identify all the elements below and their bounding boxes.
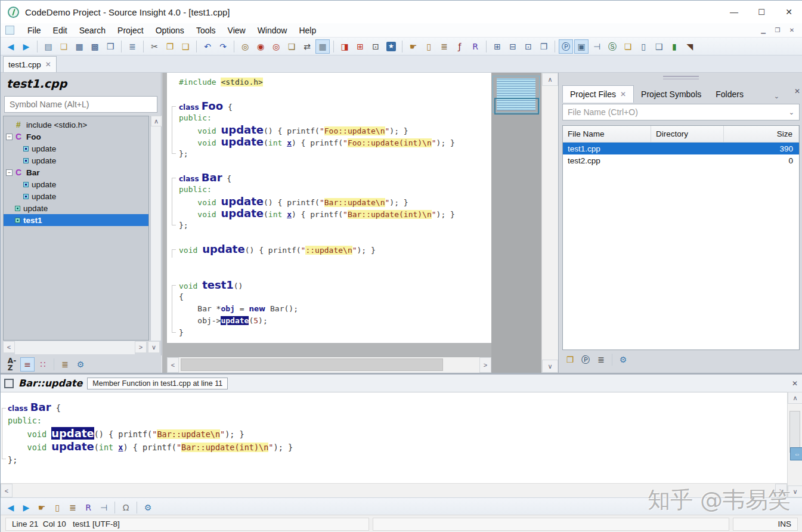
editor-horizontal-scrollbar[interactable]: < >	[167, 357, 491, 373]
window-cascade-button[interactable]: ❐	[537, 39, 551, 54]
sort-alpha-button[interactable]: A-Z	[5, 357, 19, 372]
jump-to-definition-button[interactable]: ⊞	[353, 39, 367, 54]
paste-button[interactable]: ❑	[178, 39, 193, 54]
ctx-references-button[interactable]: ≣	[66, 500, 80, 515]
chevron-down-icon[interactable]: ⌄	[789, 109, 794, 116]
view-list-button[interactable]: ≡	[20, 357, 35, 372]
copy-button[interactable]: ❐	[163, 39, 177, 54]
scrollbar-thumb[interactable]: ⇔	[789, 411, 800, 453]
scroll-down-icon[interactable]: ∨	[148, 341, 160, 353]
relation-tree-button[interactable]: ⊣	[590, 39, 604, 54]
ctx-tree-button[interactable]: ⊣	[97, 500, 111, 515]
cut-button[interactable]: ✂	[147, 39, 162, 54]
editor-overview-strip[interactable]	[491, 73, 542, 373]
expand-collapse-icon[interactable]: −	[6, 134, 13, 140]
tab-close-icon[interactable]: ✕	[45, 60, 51, 69]
menu-edit[interactable]: Edit	[47, 23, 73, 38]
relation-window-button[interactable]: R	[468, 39, 482, 54]
editor-vertical-scrollbar[interactable]: ∧ ∨	[541, 73, 558, 373]
panel-settings-button[interactable]: ⚙	[616, 352, 630, 367]
tab-close-icon[interactable]: ✕	[620, 90, 626, 98]
scroll-right-icon[interactable]: >	[135, 341, 147, 353]
chevron-down-icon[interactable]: ⌄	[769, 90, 784, 103]
nav-back-button[interactable]: ◀	[4, 39, 18, 54]
column-header-file-name[interactable]: File Name	[563, 126, 651, 142]
tree-item-update[interactable]: update	[4, 143, 148, 154]
tree-item-update[interactable]: update	[4, 190, 148, 202]
minimap-viewport[interactable]	[494, 98, 539, 115]
save-all-button[interactable]: ❒	[103, 39, 117, 54]
help-browser-button[interactable]: ▯	[636, 39, 651, 54]
menu-help[interactable]: Help	[293, 23, 322, 38]
splitter-grab-icon[interactable]: ⇔	[790, 447, 802, 460]
scroll-left-icon[interactable]: <	[3, 341, 15, 353]
macro-run-button[interactable]: ◥	[683, 39, 697, 54]
replace-button[interactable]: ⇄	[300, 39, 314, 54]
tree-item-update[interactable]: update	[4, 154, 148, 166]
toggle-pane-button[interactable]: ⊡	[369, 39, 383, 54]
scroll-up-icon[interactable]: ∧	[788, 392, 802, 404]
open-project-button[interactable]: ❐	[563, 352, 577, 367]
window-horizontal-button[interactable]: ⊟	[506, 39, 520, 54]
file-row-test1-cpp[interactable]: test1.cpp390	[563, 143, 799, 154]
tree-item-include-stdio-h-[interactable]: #include <stdio.h>	[4, 119, 148, 131]
undo-button[interactable]: ↶	[200, 39, 215, 54]
tab-test1-cpp[interactable]: test1.cpp ✕	[3, 56, 57, 72]
compare-files-button[interactable]: ◨	[337, 39, 352, 54]
search-files-button[interactable]: ❏	[284, 39, 299, 54]
search-button[interactable]: ◎	[238, 39, 252, 54]
file-name-combobox[interactable]: File Name (Ctrl+O) ⌄	[562, 104, 800, 120]
compile-window-button[interactable]: ▮	[667, 39, 682, 54]
tree-item-update[interactable]: update	[4, 178, 148, 190]
expand-collapse-icon[interactable]: −	[6, 169, 13, 176]
window-tile-button[interactable]: ⊞	[490, 39, 504, 54]
tree-item-update[interactable]: update	[4, 202, 148, 214]
tab-project-files[interactable]: Project Files✕	[562, 85, 634, 103]
document-icon[interactable]	[5, 26, 14, 35]
editor-document[interactable]: #include <stdio.h> class Foo {public: vo…	[167, 73, 491, 343]
tree-item-Bar[interactable]: −CBar	[4, 166, 148, 178]
clip-window-button[interactable]: ❑	[652, 39, 666, 54]
column-header-size[interactable]: Size	[724, 126, 799, 142]
menu-search[interactable]: Search	[73, 23, 112, 38]
close-button[interactable]: ✕	[775, 1, 802, 23]
context-window-button[interactable]: ▣	[574, 39, 589, 54]
mdi-close-button[interactable]: ✕	[785, 24, 799, 35]
menu-project[interactable]: Project	[112, 23, 150, 38]
save-as-button[interactable]: ▩	[88, 39, 102, 54]
menu-file[interactable]: File	[21, 23, 47, 38]
scroll-up-icon[interactable]: ∧	[542, 73, 558, 86]
tree-item-test1[interactable]: test1	[4, 214, 148, 226]
context-vertical-scrollbar[interactable]: ∧ ⇔ ∨	[787, 392, 802, 497]
search-forward-button[interactable]: ◉	[253, 39, 268, 54]
print-button[interactable]: ≣	[125, 39, 140, 54]
maximize-button[interactable]: ☐	[748, 1, 775, 23]
panel-settings-button[interactable]: ⚙	[73, 357, 88, 372]
function-list-button[interactable]: ƒ	[453, 39, 467, 54]
panel-close-icon[interactable]: ✕	[794, 87, 800, 95]
scroll-right-icon[interactable]: >	[479, 357, 491, 373]
file-list-button[interactable]: ≣	[594, 352, 608, 367]
window-split-button[interactable]: ⊡	[521, 39, 535, 54]
minimize-button[interactable]: —	[720, 1, 748, 23]
ctx-settings-button[interactable]: ⚙	[141, 500, 155, 515]
file-row-test2-cpp[interactable]: test2.cpp0	[563, 154, 799, 166]
menu-view[interactable]: View	[222, 23, 252, 38]
panel-drag-handle[interactable]	[663, 76, 699, 79]
redo-button[interactable]: ↷	[216, 39, 230, 54]
tree-vertical-scrollbar[interactable]: ∧	[150, 116, 161, 341]
ctx-browse-button[interactable]: ▯	[50, 500, 64, 515]
new-file-button[interactable]: ▤	[41, 39, 55, 54]
scroll-left-icon[interactable]: <	[1, 484, 13, 497]
code-editor[interactable]: #include <stdio.h> class Foo {public: vo…	[162, 73, 558, 373]
bookmark-button[interactable]: ★	[384, 39, 398, 54]
column-header-directory[interactable]: Directory	[651, 126, 724, 142]
context-jump-button[interactable]: ☛	[406, 39, 420, 54]
scroll-up-icon[interactable]: ∧	[151, 116, 162, 126]
scrollbar-thumb[interactable]	[181, 358, 443, 371]
view-members-button[interactable]: ∷	[36, 357, 50, 372]
tab-folders[interactable]: Folders	[708, 85, 751, 103]
project-file-browser-button[interactable]: ❏	[621, 39, 635, 54]
menu-options[interactable]: Options	[150, 23, 190, 38]
ctx-relation-button[interactable]: R	[81, 500, 95, 515]
